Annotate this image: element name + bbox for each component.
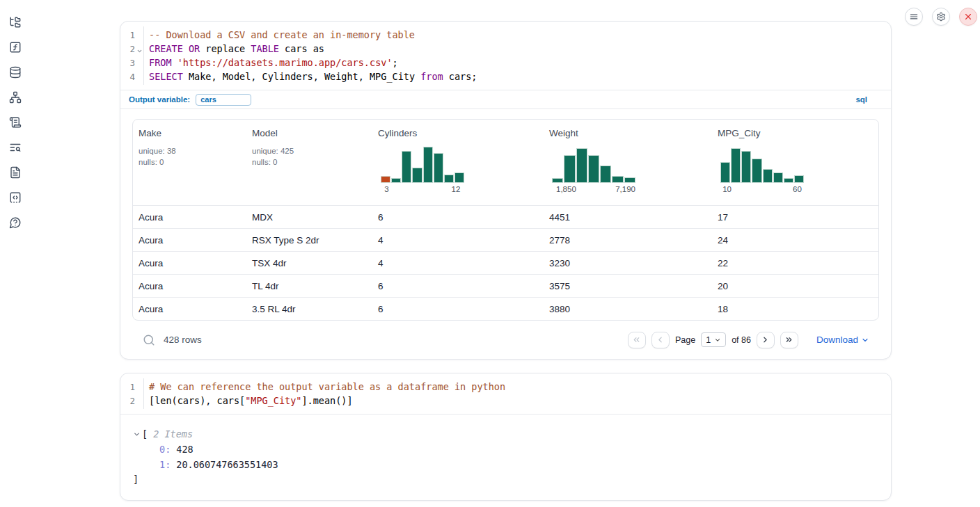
help-icon[interactable] <box>9 216 22 229</box>
table-cell: 3575 <box>544 281 712 291</box>
column-header-weight[interactable]: Weight1,8507,190 <box>544 120 712 205</box>
histogram-bar <box>794 175 804 183</box>
table-row: AcuraTL 4dr6357520 <box>133 274 878 297</box>
line-number-text: 2 <box>129 44 135 54</box>
sql-output-area: Makeunique: 38nulls: 0Modelunique: 425nu… <box>120 108 891 359</box>
shutdown-button[interactable] <box>959 8 977 26</box>
histogram-bar <box>444 175 454 183</box>
axis-min-label: 1,850 <box>556 185 576 193</box>
histogram-bar <box>423 147 433 183</box>
table-cell: Acura <box>133 235 246 246</box>
code-token: replace <box>200 43 251 54</box>
line-number: 3 <box>120 58 143 68</box>
chevrons-right-icon <box>784 335 793 344</box>
search-icon[interactable] <box>143 334 155 346</box>
first-page-button[interactable] <box>628 332 646 348</box>
fold-chevron-icon[interactable] <box>136 48 143 54</box>
tree-close-bracket: ] <box>133 472 878 486</box>
pagination: Page 1 of 86 Download <box>628 332 869 348</box>
column-header-mpg_city[interactable]: MPG_City1060 <box>712 120 878 205</box>
histogram-bar <box>391 178 401 183</box>
histogram-axis-labels: 1,8507,190 <box>552 185 635 195</box>
code-token: [len(cars), cars[ <box>149 395 245 406</box>
python-output-area: [ 2 Items 0:4281:20.060747663551403 ] <box>120 414 891 500</box>
table-cell: 3.5 RL 4dr <box>246 304 372 314</box>
code-token: ].mean()] <box>301 395 352 406</box>
column-histogram: 312 <box>381 145 464 195</box>
table-cell: 24 <box>712 235 878 246</box>
code-token: -- Download a CSV and create an in-memor… <box>149 29 415 40</box>
table-cell: 6 <box>372 304 544 314</box>
table-cell: 3880 <box>544 304 712 314</box>
code-text: # We can reference the output variable a… <box>143 381 505 392</box>
gutter-divider <box>143 378 144 409</box>
page-select[interactable]: 1 <box>701 332 726 347</box>
column-stats: unique: 38nulls: 0 <box>139 145 241 168</box>
column-stat: unique: 38 <box>139 145 241 156</box>
gear-icon <box>936 12 946 22</box>
line-number-text: 1 <box>129 30 135 40</box>
table-cell: Acura <box>133 258 246 268</box>
chevron-right-icon <box>761 335 770 344</box>
prev-page-button[interactable] <box>651 332 670 348</box>
code-token: TABLE <box>251 43 279 54</box>
histogram-bar <box>381 176 390 183</box>
code-text: CREATE OR replace TABLE cars as <box>143 43 324 54</box>
column-header-cylinders[interactable]: Cylinders312 <box>372 120 544 205</box>
column-name: Cylinders <box>378 128 538 138</box>
language-badge[interactable]: sql <box>855 95 867 104</box>
sql-code-editor[interactable]: 1-- Download a CSV and create an in-memo… <box>120 22 891 90</box>
code-token: 'https://datasets.marimo.app/cars.csv' <box>177 57 393 68</box>
table-header: Makeunique: 38nulls: 0Modelunique: 425nu… <box>133 120 878 205</box>
histogram-bar <box>624 177 635 183</box>
table-cell: 4 <box>372 235 544 246</box>
histogram-bar <box>720 162 730 183</box>
histogram-bar <box>576 148 587 183</box>
output-variable-input[interactable] <box>196 94 251 106</box>
column-header-make[interactable]: Makeunique: 38nulls: 0 <box>133 120 246 205</box>
dependency-graph-icon[interactable] <box>9 91 22 104</box>
table-cell: Acura <box>133 281 246 291</box>
code-token: cars as <box>279 43 324 54</box>
data-table: Makeunique: 38nulls: 0Modelunique: 425nu… <box>132 119 879 321</box>
column-header-model[interactable]: Modelunique: 425nulls: 0 <box>246 120 372 205</box>
download-button[interactable]: Download <box>816 335 869 345</box>
logs-icon[interactable] <box>9 116 22 129</box>
tree-collapse-icon[interactable] <box>133 430 141 438</box>
row-count: 428 rows <box>164 335 202 345</box>
column-histogram: 1060 <box>720 145 804 195</box>
data-sources-icon[interactable] <box>9 66 22 79</box>
code-line: 1-- Download a CSV and create an in-memo… <box>120 28 891 42</box>
code-line: 2CREATE OR replace TABLE cars as <box>120 42 891 56</box>
table-cell: 6 <box>372 212 544 223</box>
code-text: FROM 'https://datasets.marimo.app/cars.c… <box>143 57 398 68</box>
histogram-bar <box>564 155 575 183</box>
code-token: FROM <box>149 57 172 68</box>
documentation-icon[interactable] <box>9 166 22 179</box>
scratchpad-icon[interactable] <box>9 141 22 154</box>
settings-button[interactable] <box>932 8 950 26</box>
snippets-icon[interactable] <box>9 191 22 204</box>
histogram-bar <box>552 178 563 183</box>
next-page-button[interactable] <box>757 332 775 348</box>
code-token: cars; <box>443 71 477 82</box>
output-variable-label: Output variable: <box>129 95 190 104</box>
tree-entry-value: 428 <box>176 444 193 455</box>
file-explorer-icon[interactable] <box>9 16 22 29</box>
table-cell: TSX 4dr <box>246 258 372 268</box>
column-histogram: 1,8507,190 <box>552 145 635 195</box>
code-token: # We can reference the output variable a… <box>149 381 505 392</box>
variables-icon[interactable] <box>9 41 22 54</box>
code-token <box>172 57 177 68</box>
histogram-bar <box>763 169 773 183</box>
table-cell: 6 <box>372 281 544 291</box>
histogram-bar <box>741 151 751 183</box>
last-page-button[interactable] <box>780 332 798 348</box>
table-cell: 18 <box>712 304 878 314</box>
python-code-editor[interactable]: 1# We can reference the output variable … <box>120 373 891 414</box>
chevron-left-icon <box>656 335 665 344</box>
menu-button[interactable] <box>905 8 923 26</box>
column-stats: unique: 425nulls: 0 <box>252 145 367 168</box>
tree-entries: 0:4281:20.060747663551403 <box>133 442 878 472</box>
axis-max-label: 60 <box>793 185 802 193</box>
